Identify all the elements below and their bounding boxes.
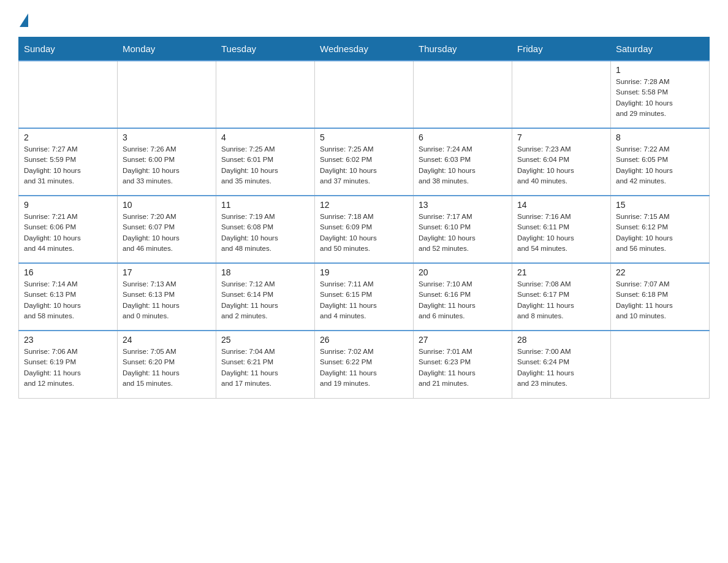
day-number: 28 [517, 335, 605, 345]
day-info: Sunrise: 7:22 AM Sunset: 6:05 PM Dayligh… [616, 144, 704, 186]
day-number: 24 [123, 335, 211, 345]
day-info: Sunrise: 7:00 AM Sunset: 6:24 PM Dayligh… [517, 347, 605, 389]
calendar-table: SundayMondayTuesdayWednesdayThursdayFrid… [18, 37, 710, 399]
logo-triangle-icon [20, 13, 28, 27]
calendar-day-cell: 20Sunrise: 7:10 AM Sunset: 6:16 PM Dayli… [414, 263, 512, 331]
day-info: Sunrise: 7:18 AM Sunset: 6:09 PM Dayligh… [320, 212, 408, 254]
calendar-day-cell: 4Sunrise: 7:25 AM Sunset: 6:01 PM Daylig… [216, 128, 315, 196]
day-number: 22 [616, 267, 704, 277]
day-number: 23 [24, 335, 112, 345]
day-info: Sunrise: 7:15 AM Sunset: 6:12 PM Dayligh… [616, 212, 704, 254]
day-number: 21 [517, 267, 605, 277]
day-info: Sunrise: 7:26 AM Sunset: 6:00 PM Dayligh… [123, 144, 211, 186]
calendar-day-cell: 2Sunrise: 7:27 AM Sunset: 5:59 PM Daylig… [19, 128, 118, 196]
day-info: Sunrise: 7:20 AM Sunset: 6:07 PM Dayligh… [123, 212, 211, 254]
calendar-day-cell: 16Sunrise: 7:14 AM Sunset: 6:13 PM Dayli… [19, 263, 118, 331]
page-header [18, 12, 710, 25]
calendar-day-cell [118, 61, 216, 128]
calendar-week-row: 1Sunrise: 7:28 AM Sunset: 5:58 PM Daylig… [19, 61, 710, 128]
day-number: 6 [419, 132, 507, 142]
calendar-day-cell: 19Sunrise: 7:11 AM Sunset: 6:15 PM Dayli… [315, 263, 414, 331]
day-number: 14 [517, 200, 605, 210]
calendar-day-cell: 18Sunrise: 7:12 AM Sunset: 6:14 PM Dayli… [216, 263, 315, 331]
day-info: Sunrise: 7:21 AM Sunset: 6:06 PM Dayligh… [24, 212, 112, 254]
day-number: 27 [419, 335, 507, 345]
calendar-week-row: 23Sunrise: 7:06 AM Sunset: 6:19 PM Dayli… [19, 331, 710, 398]
calendar-day-cell: 25Sunrise: 7:04 AM Sunset: 6:21 PM Dayli… [216, 331, 315, 398]
day-info: Sunrise: 7:12 AM Sunset: 6:14 PM Dayligh… [221, 279, 309, 321]
calendar-day-cell: 7Sunrise: 7:23 AM Sunset: 6:04 PM Daylig… [512, 128, 611, 196]
day-info: Sunrise: 7:07 AM Sunset: 6:18 PM Dayligh… [616, 279, 704, 321]
day-number: 17 [123, 267, 211, 277]
calendar-day-cell [611, 331, 710, 398]
day-info: Sunrise: 7:16 AM Sunset: 6:11 PM Dayligh… [517, 212, 605, 254]
day-info: Sunrise: 7:11 AM Sunset: 6:15 PM Dayligh… [320, 279, 408, 321]
calendar-day-cell [414, 61, 512, 128]
calendar-day-cell [19, 61, 118, 128]
day-number: 4 [221, 132, 309, 142]
calendar-day-cell: 12Sunrise: 7:18 AM Sunset: 6:09 PM Dayli… [315, 196, 414, 263]
calendar-day-cell [315, 61, 414, 128]
calendar-day-cell: 15Sunrise: 7:15 AM Sunset: 6:12 PM Dayli… [611, 196, 710, 263]
day-info: Sunrise: 7:10 AM Sunset: 6:16 PM Dayligh… [419, 279, 507, 321]
day-info: Sunrise: 7:25 AM Sunset: 6:01 PM Dayligh… [221, 144, 309, 186]
day-info: Sunrise: 7:28 AM Sunset: 5:58 PM Dayligh… [616, 77, 704, 119]
day-number: 16 [24, 267, 112, 277]
calendar-day-cell: 14Sunrise: 7:16 AM Sunset: 6:11 PM Dayli… [512, 196, 611, 263]
day-number: 26 [320, 335, 408, 345]
day-info: Sunrise: 7:02 AM Sunset: 6:22 PM Dayligh… [320, 347, 408, 389]
calendar-day-cell: 5Sunrise: 7:25 AM Sunset: 6:02 PM Daylig… [315, 128, 414, 196]
day-number: 2 [24, 132, 112, 142]
day-number: 5 [320, 132, 408, 142]
calendar-day-cell: 11Sunrise: 7:19 AM Sunset: 6:08 PM Dayli… [216, 196, 315, 263]
day-number: 13 [419, 200, 507, 210]
calendar-week-row: 2Sunrise: 7:27 AM Sunset: 5:59 PM Daylig… [19, 128, 710, 196]
day-info: Sunrise: 7:05 AM Sunset: 6:20 PM Dayligh… [123, 347, 211, 389]
day-of-week-header: Saturday [611, 37, 710, 61]
day-info: Sunrise: 7:23 AM Sunset: 6:04 PM Dayligh… [517, 144, 605, 186]
calendar-day-cell: 23Sunrise: 7:06 AM Sunset: 6:19 PM Dayli… [19, 331, 118, 398]
day-number: 3 [123, 132, 211, 142]
calendar-day-cell: 17Sunrise: 7:13 AM Sunset: 6:13 PM Dayli… [118, 263, 216, 331]
calendar-day-cell: 13Sunrise: 7:17 AM Sunset: 6:10 PM Dayli… [414, 196, 512, 263]
calendar-week-row: 9Sunrise: 7:21 AM Sunset: 6:06 PM Daylig… [19, 196, 710, 263]
day-info: Sunrise: 7:25 AM Sunset: 6:02 PM Dayligh… [320, 144, 408, 186]
day-info: Sunrise: 7:08 AM Sunset: 6:17 PM Dayligh… [517, 279, 605, 321]
day-number: 8 [616, 132, 704, 142]
calendar-week-row: 16Sunrise: 7:14 AM Sunset: 6:13 PM Dayli… [19, 263, 710, 331]
calendar-day-cell: 22Sunrise: 7:07 AM Sunset: 6:18 PM Dayli… [611, 263, 710, 331]
day-number: 9 [24, 200, 112, 210]
day-of-week-header: Monday [118, 37, 216, 61]
day-info: Sunrise: 7:17 AM Sunset: 6:10 PM Dayligh… [419, 212, 507, 254]
day-of-week-header: Sunday [19, 37, 118, 61]
day-info: Sunrise: 7:14 AM Sunset: 6:13 PM Dayligh… [24, 279, 112, 321]
calendar-day-cell: 21Sunrise: 7:08 AM Sunset: 6:17 PM Dayli… [512, 263, 611, 331]
day-info: Sunrise: 7:13 AM Sunset: 6:13 PM Dayligh… [123, 279, 211, 321]
calendar-day-cell [512, 61, 611, 128]
day-info: Sunrise: 7:19 AM Sunset: 6:08 PM Dayligh… [221, 212, 309, 254]
calendar-day-cell: 1Sunrise: 7:28 AM Sunset: 5:58 PM Daylig… [611, 61, 710, 128]
day-number: 18 [221, 267, 309, 277]
day-of-week-header: Tuesday [216, 37, 315, 61]
day-number: 19 [320, 267, 408, 277]
calendar-day-cell: 28Sunrise: 7:00 AM Sunset: 6:24 PM Dayli… [512, 331, 611, 398]
day-of-week-header: Thursday [414, 37, 512, 61]
calendar-day-cell: 27Sunrise: 7:01 AM Sunset: 6:23 PM Dayli… [414, 331, 512, 398]
calendar-day-cell: 26Sunrise: 7:02 AM Sunset: 6:22 PM Dayli… [315, 331, 414, 398]
day-info: Sunrise: 7:01 AM Sunset: 6:23 PM Dayligh… [419, 347, 507, 389]
day-of-week-header: Friday [512, 37, 611, 61]
calendar-day-cell [216, 61, 315, 128]
logo [18, 12, 28, 25]
day-number: 11 [221, 200, 309, 210]
day-of-week-header: Wednesday [315, 37, 414, 61]
calendar-header-row: SundayMondayTuesdayWednesdayThursdayFrid… [19, 37, 710, 61]
day-number: 15 [616, 200, 704, 210]
day-number: 10 [123, 200, 211, 210]
day-info: Sunrise: 7:04 AM Sunset: 6:21 PM Dayligh… [221, 347, 309, 389]
day-number: 12 [320, 200, 408, 210]
day-info: Sunrise: 7:06 AM Sunset: 6:19 PM Dayligh… [24, 347, 112, 389]
calendar-day-cell: 24Sunrise: 7:05 AM Sunset: 6:20 PM Dayli… [118, 331, 216, 398]
day-number: 20 [419, 267, 507, 277]
calendar-day-cell: 8Sunrise: 7:22 AM Sunset: 6:05 PM Daylig… [611, 128, 710, 196]
calendar-day-cell: 6Sunrise: 7:24 AM Sunset: 6:03 PM Daylig… [414, 128, 512, 196]
